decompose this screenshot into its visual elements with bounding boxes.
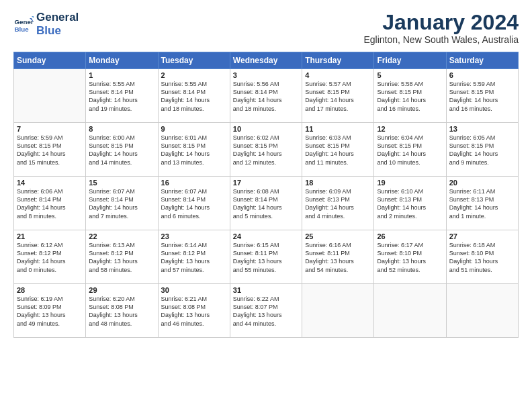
location-subtitle: Eglinton, New South Wales, Australia [363,34,519,45]
weekday-header-row: SundayMondayTuesdayWednesdayThursdayFrid… [14,52,519,69]
calendar-cell: 23Sunrise: 6:14 AM Sunset: 8:12 PM Dayli… [158,230,230,284]
day-number: 20 [449,179,515,187]
day-details: Sunrise: 6:18 AM Sunset: 8:10 PM Dayligh… [449,241,515,274]
calendar-cell: 3Sunrise: 5:56 AM Sunset: 8:14 PM Daylig… [230,69,302,123]
calendar-cell: 6Sunrise: 5:59 AM Sunset: 8:15 PM Daylig… [446,69,518,123]
calendar-cell: 21Sunrise: 6:12 AM Sunset: 8:12 PM Dayli… [14,230,86,284]
day-details: Sunrise: 6:12 AM Sunset: 8:12 PM Dayligh… [17,241,83,274]
calendar-cell: 4Sunrise: 5:57 AM Sunset: 8:15 PM Daylig… [302,69,374,123]
day-details: Sunrise: 6:07 AM Sunset: 8:14 PM Dayligh… [89,187,154,220]
day-details: Sunrise: 6:02 AM Sunset: 8:15 PM Dayligh… [233,134,299,167]
calendar-cell: 24Sunrise: 6:15 AM Sunset: 8:11 PM Dayli… [230,230,302,284]
day-number: 15 [89,179,154,187]
day-number: 13 [449,125,515,133]
day-number: 14 [17,179,83,187]
calendar-cell [302,284,374,338]
day-number: 21 [17,232,83,240]
calendar-cell: 14Sunrise: 6:06 AM Sunset: 8:14 PM Dayli… [14,177,86,230]
day-number: 7 [17,125,83,133]
day-details: Sunrise: 6:13 AM Sunset: 8:12 PM Dayligh… [89,241,154,274]
calendar-cell: 18Sunrise: 6:09 AM Sunset: 8:13 PM Dayli… [302,177,374,230]
day-number: 18 [305,179,371,187]
day-number: 9 [161,125,227,133]
calendar-cell: 27Sunrise: 6:18 AM Sunset: 8:10 PM Dayli… [446,230,518,284]
day-details: Sunrise: 6:04 AM Sunset: 8:15 PM Dayligh… [377,134,443,167]
logo: General Blue General Blue [13,11,79,37]
day-details: Sunrise: 6:08 AM Sunset: 8:14 PM Dayligh… [233,187,299,220]
calendar-week-4: 21Sunrise: 6:12 AM Sunset: 8:12 PM Dayli… [14,230,519,284]
day-number: 26 [377,232,443,240]
calendar-cell: 20Sunrise: 6:11 AM Sunset: 8:13 PM Dayli… [446,177,518,230]
weekday-header-thursday: Thursday [302,52,374,69]
day-details: Sunrise: 5:56 AM Sunset: 8:14 PM Dayligh… [233,80,299,113]
day-details: Sunrise: 6:21 AM Sunset: 8:08 PM Dayligh… [161,295,227,328]
day-details: Sunrise: 6:20 AM Sunset: 8:08 PM Dayligh… [89,295,154,328]
day-number: 17 [233,179,299,187]
title-area: January 2024 Eglinton, New South Wales, … [363,11,519,45]
day-details: Sunrise: 6:22 AM Sunset: 8:07 PM Dayligh… [233,295,299,328]
logo-icon: General Blue [13,14,34,34]
calendar-cell: 15Sunrise: 6:07 AM Sunset: 8:14 PM Dayli… [86,177,158,230]
day-details: Sunrise: 5:58 AM Sunset: 8:15 PM Dayligh… [377,80,443,113]
calendar-cell: 16Sunrise: 6:07 AM Sunset: 8:14 PM Dayli… [158,177,230,230]
day-details: Sunrise: 5:57 AM Sunset: 8:15 PM Dayligh… [305,80,371,113]
day-details: Sunrise: 6:16 AM Sunset: 8:11 PM Dayligh… [305,241,371,274]
day-details: Sunrise: 6:11 AM Sunset: 8:13 PM Dayligh… [449,187,515,220]
day-number: 27 [449,232,515,240]
calendar-cell: 22Sunrise: 6:13 AM Sunset: 8:12 PM Dayli… [86,230,158,284]
day-number: 16 [161,179,227,187]
day-details: Sunrise: 6:05 AM Sunset: 8:15 PM Dayligh… [449,134,515,167]
header: General Blue General Blue January 2024 E… [13,11,519,45]
weekday-header-saturday: Saturday [446,52,518,69]
day-details: Sunrise: 6:07 AM Sunset: 8:14 PM Dayligh… [161,187,227,220]
calendar-week-3: 14Sunrise: 6:06 AM Sunset: 8:14 PM Dayli… [14,177,519,230]
calendar-cell: 25Sunrise: 6:16 AM Sunset: 8:11 PM Dayli… [302,230,374,284]
calendar-cell: 1Sunrise: 5:55 AM Sunset: 8:14 PM Daylig… [86,69,158,123]
calendar-cell: 30Sunrise: 6:21 AM Sunset: 8:08 PM Dayli… [158,284,230,338]
calendar-cell [446,284,518,338]
day-number: 4 [305,71,371,79]
day-details: Sunrise: 6:01 AM Sunset: 8:15 PM Dayligh… [161,134,227,167]
day-details: Sunrise: 6:15 AM Sunset: 8:11 PM Dayligh… [233,241,299,274]
day-details: Sunrise: 5:59 AM Sunset: 8:15 PM Dayligh… [449,80,515,113]
day-number: 28 [17,286,83,294]
day-number: 5 [377,71,443,79]
weekday-header-friday: Friday [374,52,446,69]
day-details: Sunrise: 6:03 AM Sunset: 8:15 PM Dayligh… [305,134,371,167]
day-number: 23 [161,232,227,240]
day-details: Sunrise: 6:14 AM Sunset: 8:12 PM Dayligh… [161,241,227,274]
day-details: Sunrise: 5:59 AM Sunset: 8:15 PM Dayligh… [17,134,83,167]
month-title: January 2024 [363,11,519,34]
logo-line1: General [36,11,79,24]
calendar-cell: 11Sunrise: 6:03 AM Sunset: 8:15 PM Dayli… [302,123,374,177]
calendar-cell: 8Sunrise: 6:00 AM Sunset: 8:15 PM Daylig… [86,123,158,177]
svg-text:Blue: Blue [15,25,30,32]
day-details: Sunrise: 6:17 AM Sunset: 8:10 PM Dayligh… [377,241,443,274]
calendar-cell: 10Sunrise: 6:02 AM Sunset: 8:15 PM Dayli… [230,123,302,177]
weekday-header-sunday: Sunday [14,52,86,69]
day-number: 22 [89,232,154,240]
calendar-cell: 17Sunrise: 6:08 AM Sunset: 8:14 PM Dayli… [230,177,302,230]
day-number: 19 [377,179,443,187]
calendar-cell [374,284,446,338]
calendar-cell: 13Sunrise: 6:05 AM Sunset: 8:15 PM Dayli… [446,123,518,177]
calendar-cell: 19Sunrise: 6:10 AM Sunset: 8:13 PM Dayli… [374,177,446,230]
calendar-cell: 26Sunrise: 6:17 AM Sunset: 8:10 PM Dayli… [374,230,446,284]
day-number: 8 [89,125,154,133]
day-number: 2 [161,71,227,79]
calendar-cell: 12Sunrise: 6:04 AM Sunset: 8:15 PM Dayli… [374,123,446,177]
calendar-cell: 5Sunrise: 5:58 AM Sunset: 8:15 PM Daylig… [374,69,446,123]
calendar-cell: 29Sunrise: 6:20 AM Sunset: 8:08 PM Dayli… [86,284,158,338]
day-number: 25 [305,232,371,240]
day-details: Sunrise: 6:19 AM Sunset: 8:09 PM Dayligh… [17,295,83,328]
day-number: 24 [233,232,299,240]
day-number: 11 [305,125,371,133]
calendar-cell: 9Sunrise: 6:01 AM Sunset: 8:15 PM Daylig… [158,123,230,177]
day-details: Sunrise: 5:55 AM Sunset: 8:14 PM Dayligh… [161,80,227,113]
day-number: 6 [449,71,515,79]
weekday-header-tuesday: Tuesday [158,52,230,69]
calendar-cell: 28Sunrise: 6:19 AM Sunset: 8:09 PM Dayli… [14,284,86,338]
day-details: Sunrise: 5:55 AM Sunset: 8:14 PM Dayligh… [89,80,154,113]
weekday-header-wednesday: Wednesday [230,52,302,69]
day-number: 31 [233,286,299,294]
